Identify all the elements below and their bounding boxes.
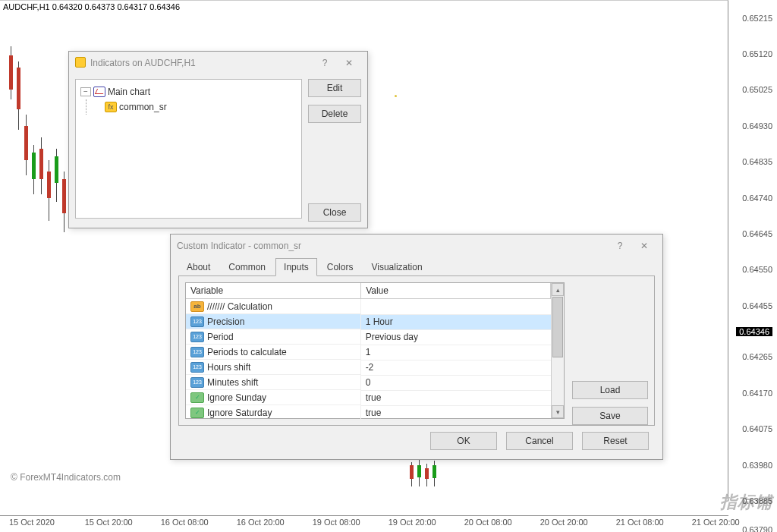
price-tick: 0.64346: [736, 327, 772, 336]
value-cell[interactable]: Previous day: [361, 329, 551, 345]
save-button[interactable]: Save: [572, 407, 648, 425]
value-cell[interactable]: [361, 299, 551, 315]
price-tick: 0.65025: [742, 85, 772, 94]
value-cell[interactable]: 1 Hour: [361, 314, 551, 329]
variable-cell[interactable]: Precision: [186, 314, 361, 329]
time-tick: 21 Oct 20:00: [692, 518, 740, 527]
price-tick: 0.63980: [742, 461, 772, 470]
inputs-tabpane: Variable Value /////// CalculationPrecis…: [178, 275, 655, 426]
col-value[interactable]: Value: [361, 283, 551, 299]
table-row[interactable]: Hours shift-2: [186, 360, 551, 375]
price-tick: 0.65215: [742, 14, 772, 23]
variable-name: Hours shift: [207, 362, 250, 373]
value-cell[interactable]: true: [361, 405, 551, 420]
number-type-icon: [190, 347, 204, 357]
help-button[interactable]: ?: [608, 238, 632, 254]
time-tick: 16 Oct 08:00: [161, 518, 209, 527]
scroll-down-icon[interactable]: ▾: [552, 405, 564, 418]
table-row[interactable]: Minutes shift0: [186, 375, 551, 390]
scroll-up-icon[interactable]: ▴: [552, 283, 564, 296]
tree-item[interactable]: fx common_sr: [105, 99, 297, 115]
variable-cell[interactable]: Ignore Sunday: [186, 390, 361, 405]
reset-button[interactable]: Reset: [582, 432, 649, 450]
table-row[interactable]: /////// Calculation: [186, 299, 551, 315]
scroll-thumb[interactable]: [552, 297, 563, 357]
price-tick: 0.64550: [742, 265, 772, 274]
table-row[interactable]: Ignore Saturdaytrue: [186, 405, 551, 420]
value-cell[interactable]: -2: [361, 360, 551, 375]
tab-colors[interactable]: Colors: [319, 258, 362, 276]
close-icon[interactable]: ✕: [632, 238, 656, 254]
tree-root-label: Main chart: [108, 87, 150, 97]
price-tick: 0.63790: [742, 525, 772, 532]
main-chart-icon: [93, 87, 105, 97]
parameters-grid[interactable]: Variable Value /////// CalculationPrecis…: [185, 282, 565, 419]
cancel-button[interactable]: Cancel: [506, 432, 573, 450]
table-row[interactable]: PeriodPrevious day: [186, 329, 551, 345]
price-tick: 0.65120: [742, 49, 772, 58]
variable-cell[interactable]: /////// Calculation: [186, 299, 361, 314]
tab-visualization[interactable]: Visualization: [363, 258, 430, 276]
custom-indicator-dialog[interactable]: Custom Indicator - common_sr ? ✕ AboutCo…: [170, 234, 663, 460]
dialog-title: Custom Indicator - common_sr: [177, 241, 301, 251]
tree-item-label: common_sr: [119, 102, 167, 112]
tree-root[interactable]: − Main chart: [80, 84, 297, 99]
tab-about[interactable]: About: [178, 258, 219, 276]
price-tick: 0.64455: [742, 301, 772, 310]
price-tick: 0.64740: [742, 194, 772, 203]
number-type-icon: [190, 332, 204, 342]
variable-cell[interactable]: Hours shift: [186, 360, 361, 375]
table-row[interactable]: Ignore Sundaytrue: [186, 390, 551, 405]
variable-name: Precision: [207, 316, 244, 327]
number-type-icon: [190, 316, 204, 327]
tree-collapse-icon[interactable]: −: [80, 87, 91, 96]
dialog-title: Indicators on AUDCHF,H1: [90, 58, 196, 68]
variable-cell[interactable]: Ignore Saturday: [186, 405, 361, 420]
variable-name: Period: [207, 332, 234, 342]
indicators-dialog[interactable]: Indicators on AUDCHF,H1 ? ✕ − Main chart…: [68, 51, 368, 228]
table-row[interactable]: Precision1 Hour: [186, 314, 551, 329]
time-tick: 19 Oct 20:00: [388, 518, 436, 527]
time-tick: 16 Oct 20:00: [237, 518, 285, 527]
time-tick: 15 Oct 20:00: [85, 518, 133, 527]
variable-cell[interactable]: Periods to calculate: [186, 345, 361, 360]
number-type-icon: [190, 377, 204, 388]
variable-name: Minutes shift: [207, 377, 258, 388]
marker-dot: [395, 95, 397, 97]
time-tick: 21 Oct 08:00: [616, 518, 664, 527]
variable-cell[interactable]: Minutes shift: [186, 375, 361, 390]
close-icon[interactable]: ✕: [337, 55, 361, 71]
dialog-titlebar[interactable]: Custom Indicator - common_sr ? ✕: [171, 235, 662, 257]
tab-inputs[interactable]: Inputs: [275, 258, 317, 276]
time-tick: 15 Oct 2020: [9, 518, 55, 527]
price-tick: 0.64930: [742, 121, 772, 131]
close-button[interactable]: Close: [308, 203, 361, 222]
variable-cell[interactable]: Period: [186, 329, 361, 345]
price-axis: 0.652150.651200.650250.649300.648350.647…: [728, 0, 777, 516]
number-type-icon: [190, 362, 204, 373]
variable-name: /////// Calculation: [207, 301, 272, 312]
time-axis: 15 Oct 202015 Oct 20:0016 Oct 08:0016 Oc…: [0, 515, 728, 532]
load-button[interactable]: Load: [572, 381, 648, 399]
ok-button[interactable]: OK: [430, 432, 497, 450]
tab-strip: AboutCommonInputsColorsVisualization: [171, 257, 662, 275]
indicator-tree[interactable]: − Main chart fx common_sr: [75, 79, 302, 219]
table-row[interactable]: Periods to calculate1: [186, 345, 551, 360]
indicators-icon: [75, 57, 86, 70]
delete-button[interactable]: Delete: [308, 105, 361, 123]
price-tick: 0.64265: [742, 352, 772, 361]
variable-name: Periods to calculate: [207, 347, 287, 357]
col-variable[interactable]: Variable: [186, 283, 361, 299]
tab-common[interactable]: Common: [220, 258, 274, 276]
time-tick: 20 Oct 20:00: [540, 518, 588, 527]
vertical-scrollbar[interactable]: ▴ ▾: [551, 283, 564, 418]
value-cell[interactable]: 1: [361, 345, 551, 360]
value-cell[interactable]: true: [361, 390, 551, 405]
string-type-icon: [190, 301, 204, 312]
help-button[interactable]: ?: [313, 55, 337, 71]
value-cell[interactable]: 0: [361, 375, 551, 390]
chart-header: AUDCHF,H1 0.64320 0.64373 0.64317 0.6434…: [2, 2, 181, 12]
copyright-text: © ForexMT4Indicators.com: [11, 472, 121, 483]
edit-button[interactable]: Edit: [308, 79, 361, 97]
dialog-titlebar[interactable]: Indicators on AUDCHF,H1 ? ✕: [69, 52, 367, 74]
